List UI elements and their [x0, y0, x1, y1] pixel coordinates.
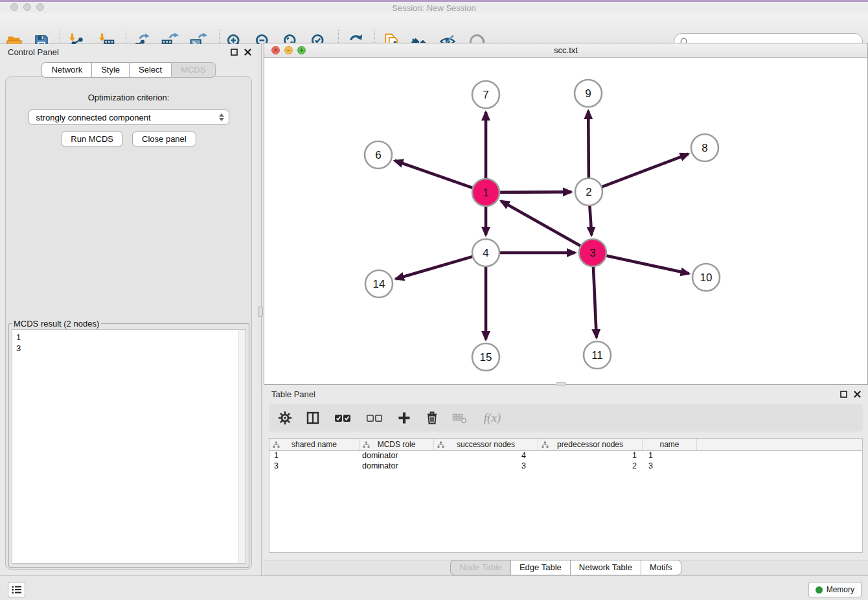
mcds-result-line: 3 — [16, 343, 246, 354]
table-tabs-strip: Node Table Edge Table Network Table Moti… — [264, 560, 868, 575]
svg-text:2: 2 — [586, 186, 591, 198]
graph-node-9[interactable]: 9 — [575, 80, 602, 107]
graph-edge-3-11[interactable] — [593, 266, 597, 338]
result-scrollbar[interactable] — [238, 330, 246, 563]
graph-edge-1-6[interactable] — [394, 161, 473, 188]
memory-button[interactable]: Memory — [808, 582, 862, 597]
delete-table-button[interactable] — [451, 410, 468, 426]
network-title: scc.txt — [264, 45, 867, 55]
graph-edge-3-1[interactable] — [501, 201, 581, 246]
status-bar: Memory — [0, 575, 868, 600]
table-header-row: shared name MCDS role successor nodes pr… — [269, 439, 862, 451]
graph-edges — [394, 111, 689, 340]
tab-style[interactable]: Style — [91, 62, 129, 78]
network-window-titlebar[interactable]: × − + scc.txt — [264, 43, 867, 58]
hierarchy-icon — [273, 441, 280, 448]
hierarchy-icon — [363, 441, 370, 448]
column-header-name[interactable]: name — [643, 439, 697, 450]
svg-text:8: 8 — [702, 142, 707, 154]
hierarchy-icon — [437, 441, 444, 448]
control-panel-titlebar: Control Panel — [0, 44, 257, 60]
tab-motifs[interactable]: Motifs — [641, 560, 681, 575]
control-panel-title: Control Panel — [8, 47, 59, 57]
tab-mcds[interactable]: MCDS — [171, 62, 215, 78]
trash-icon — [425, 411, 439, 425]
application-window: Session: New Session — [0, 0, 868, 600]
svg-text:14: 14 — [373, 278, 385, 290]
mcds-result-group: MCDS result (2 nodes) 1 3 — [8, 319, 249, 568]
graph-node-2[interactable]: 2 — [575, 178, 602, 205]
network-canvas[interactable]: 1234678910111415 — [264, 58, 867, 384]
table-toolbar: f(x) — [269, 404, 863, 432]
float-panel-icon[interactable] — [229, 47, 239, 56]
memory-label: Memory — [827, 585, 854, 594]
close-panel-button[interactable]: Close panel — [132, 132, 196, 146]
mcds-result-line: 1 — [16, 332, 246, 343]
svg-text:15: 15 — [480, 351, 492, 363]
memory-status-dot — [816, 586, 823, 594]
mcds-result-textarea[interactable]: 1 3 — [12, 329, 246, 564]
close-panel-icon[interactable] — [852, 389, 862, 398]
graph-node-6[interactable]: 6 — [365, 141, 392, 168]
node-table: shared name MCDS role successor nodes pr… — [269, 438, 863, 553]
fx-icon: f(x) — [484, 411, 501, 425]
tab-edge-table[interactable]: Edge Table — [510, 560, 570, 575]
graph-edge-3-10[interactable] — [606, 255, 689, 273]
graph-node-15[interactable]: 15 — [472, 343, 499, 371]
hierarchy-icon — [542, 441, 549, 448]
svg-text:4: 4 — [483, 247, 488, 259]
optimization-criterion-label: Optimization criterion: — [6, 93, 251, 102]
column-header-shared-name[interactable]: shared name — [269, 439, 360, 450]
table-row[interactable]: 3 dominator 3 2 3 — [269, 461, 862, 472]
graph-edge-2-8[interactable] — [602, 154, 689, 187]
graph-node-4[interactable]: 4 — [472, 239, 499, 266]
column-header-predecessor-nodes[interactable]: predecessor nodes — [538, 439, 643, 450]
graph-edge-1-2[interactable] — [499, 192, 571, 192]
optimization-criterion-select[interactable]: strongly connected component — [29, 110, 229, 125]
split-columns-icon — [306, 411, 320, 425]
column-header-successor-nodes[interactable]: successor nodes — [434, 439, 538, 450]
close-panel-icon[interactable] — [242, 47, 253, 56]
tab-select[interactable]: Select — [129, 62, 171, 78]
graph-edge-2-9[interactable] — [588, 111, 589, 178]
splitter-grip[interactable] — [258, 306, 263, 317]
graph-node-3[interactable]: 3 — [579, 239, 606, 266]
svg-text:1: 1 — [483, 187, 488, 199]
delete-column-button[interactable] — [424, 410, 440, 426]
graph-node-1[interactable]: 1 — [472, 179, 499, 206]
table-row[interactable]: 1 dominator 4 1 1 — [269, 451, 862, 461]
panel-splitter-vertical[interactable] — [257, 44, 264, 575]
run-mcds-button[interactable]: Run MCDS — [61, 132, 123, 146]
tab-network-table[interactable]: Network Table — [570, 560, 641, 575]
svg-text:9: 9 — [585, 87, 591, 100]
add-column-button[interactable] — [396, 410, 413, 426]
graph-node-14[interactable]: 14 — [365, 270, 393, 297]
graph-edge-4-14[interactable] — [396, 257, 473, 279]
networks-list-button[interactable] — [8, 582, 25, 597]
table-panel-titlebar: Table Panel — [264, 386, 868, 402]
optimization-criterion-value: strongly connected component — [36, 113, 151, 122]
select-stepper-icon — [219, 113, 224, 121]
function-builder-button[interactable]: f(x) — [479, 410, 505, 426]
svg-text:7: 7 — [483, 89, 488, 101]
table-settings-button[interactable] — [277, 410, 293, 426]
svg-text:10: 10 — [700, 271, 713, 284]
graph-node-7[interactable]: 7 — [472, 81, 499, 108]
plus-icon — [397, 411, 411, 425]
graph-node-11[interactable]: 11 — [584, 341, 611, 369]
graph-node-10[interactable]: 10 — [692, 264, 720, 291]
control-panel: Control Panel Network Style Select MCDS … — [0, 44, 257, 575]
select-all-button[interactable] — [332, 410, 353, 426]
table-panel-title: Table Panel — [271, 389, 315, 399]
tab-node-table[interactable]: Node Table — [450, 560, 510, 575]
delete-table-icon — [452, 411, 468, 425]
network-graph-svg: 1234678910111415 — [264, 58, 867, 384]
graph-edge-2-3[interactable] — [589, 205, 591, 235]
column-header-mcds-role[interactable]: MCDS role — [360, 439, 434, 450]
tab-network[interactable]: Network — [41, 62, 91, 78]
float-panel-icon[interactable] — [838, 389, 849, 398]
graph-node-8[interactable]: 8 — [691, 134, 718, 161]
deselect-all-button[interactable] — [364, 410, 385, 426]
toggle-column-panel-button[interactable] — [304, 410, 321, 426]
svg-text:3: 3 — [589, 247, 595, 259]
